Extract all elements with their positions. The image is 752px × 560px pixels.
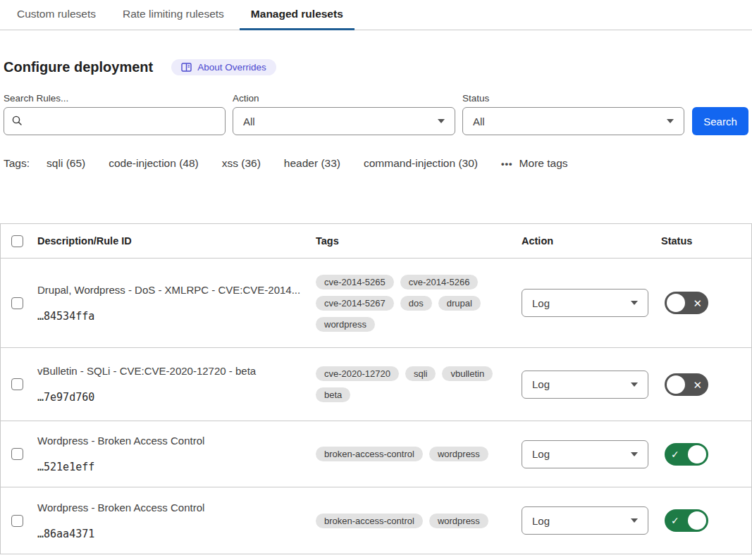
caret-down-icon [631, 518, 638, 523]
rule-tag: cve-2014-5265 [316, 275, 394, 290]
table-row: Drupal, Wordpress - DoS - XMLRPC - CVE:C… [1, 259, 751, 348]
tags-bar-label: Tags: [4, 157, 30, 170]
toggle-knob [688, 511, 706, 530]
rule-tags-cell: cve-2014-5265 cve-2014-5266 cve-2014-526… [316, 275, 522, 332]
row-checkbox[interactable] [11, 378, 23, 390]
rule-description-cell: Wordpress - Broken Access Control …86aa4… [37, 502, 316, 540]
rule-description: Drupal, Wordpress - DoS - XMLRPC - CVE:C… [37, 284, 316, 296]
caret-down-icon [667, 119, 674, 123]
search-button[interactable]: Search [692, 107, 748, 135]
rule-description-cell: Drupal, Wordpress - DoS - XMLRPC - CVE:C… [37, 284, 316, 323]
filters-bar: Search Rules... Action All Status [4, 93, 748, 135]
tag-filter-sqli[interactable]: sqli (65) [47, 157, 85, 170]
rule-description-cell: vBulletin - SQLi - CVE:CVE-2020-12720 - … [37, 365, 316, 404]
rule-tag: cve-2020-12720 [316, 366, 399, 381]
rule-action-select[interactable]: Log [522, 506, 648, 535]
ruleset-tabs: Custom rulesets Rate limiting rulesets M… [0, 0, 752, 30]
rule-status-cell: ✓ [661, 443, 751, 466]
action-filter-group: Action All [233, 93, 455, 135]
rule-action-value: Log [532, 297, 550, 309]
table-row: Wordpress - Broken Access Control …521e1… [1, 421, 751, 487]
column-header-description: Description/Rule ID [37, 235, 316, 247]
managed-rules-table: Description/Rule ID Tags Action Status D… [0, 223, 752, 554]
status-filter-label: Status [462, 93, 684, 104]
rule-description: Wordpress - Broken Access Control [37, 435, 316, 447]
search-icon [11, 115, 23, 128]
tag-filter-header[interactable]: header (33) [284, 157, 340, 170]
table-row: vBulletin - SQLi - CVE:CVE-2020-12720 - … [1, 348, 751, 421]
tab-managed-rulesets[interactable]: Managed rulesets [240, 8, 355, 30]
rule-action-cell: Log [522, 506, 661, 535]
toggle-off-x-icon: ✕ [693, 379, 702, 390]
caret-down-icon [631, 382, 638, 387]
tab-rate-limiting-rulesets[interactable]: Rate limiting rulesets [111, 8, 235, 30]
rule-tag: drupal [438, 296, 481, 311]
column-header-action: Action [522, 235, 661, 247]
status-filter-value: All [473, 116, 485, 127]
rule-action-value: Log [532, 448, 550, 460]
table-row: Wordpress - Broken Access Control …86aa4… [1, 487, 751, 554]
page-title: Configure deployment [4, 59, 153, 75]
rule-tag: cve-2014-5266 [400, 275, 479, 290]
caret-down-icon [438, 119, 445, 123]
rule-tag: vbulletin [442, 366, 493, 381]
toggle-on-check-icon: ✓ [671, 449, 679, 459]
rule-action-cell: Log [522, 289, 661, 317]
tag-filter-code-injection[interactable]: code-injection (48) [109, 157, 199, 170]
toggle-knob [667, 375, 685, 394]
row-checkbox-cell [1, 515, 37, 527]
about-overrides-badge[interactable]: About Overrides [171, 59, 276, 75]
rule-status-cell: ✓ [661, 509, 751, 532]
rule-action-select[interactable]: Log [522, 371, 648, 399]
status-filter-select[interactable]: All [462, 107, 684, 135]
row-checkbox-cell [1, 448, 37, 460]
rule-tags-cell: broken-access-control wordpress [316, 447, 522, 461]
row-checkbox-cell [1, 378, 37, 390]
rule-action-cell: Log [522, 440, 661, 468]
column-header-tags: Tags [316, 235, 522, 247]
rule-tag: dos [400, 296, 432, 311]
rule-status-cell: ✕ [661, 373, 751, 396]
rule-action-value: Log [532, 378, 550, 390]
search-rules-input[interactable] [27, 115, 218, 128]
rule-action-cell: Log [522, 371, 661, 399]
search-input-wrapper [4, 107, 226, 135]
tags-bar: Tags: sqli (65) code-injection (48) xss … [4, 157, 748, 170]
search-rules-group: Search Rules... [4, 93, 226, 135]
row-checkbox[interactable] [11, 448, 23, 460]
rule-tag: beta [316, 387, 350, 402]
rule-tag: sqli [405, 366, 436, 381]
rule-description: Wordpress - Broken Access Control [37, 502, 316, 514]
rule-tag: wordpress [316, 317, 375, 332]
column-header-status: Status [661, 235, 751, 247]
tag-filter-command-injection[interactable]: command-injection (30) [364, 157, 478, 170]
rule-tag: cve-2014-5267 [316, 296, 394, 311]
rule-status-toggle-off[interactable]: ✕ [665, 373, 708, 396]
rule-status-toggle-off[interactable]: ✕ [665, 292, 708, 314]
rule-tags-cell: cve-2020-12720 sqli vbulletin beta [316, 366, 522, 402]
rule-action-select[interactable]: Log [522, 440, 648, 468]
rule-description: vBulletin - SQLi - CVE:CVE-2020-12720 - … [37, 365, 316, 377]
row-checkbox[interactable] [11, 297, 23, 309]
rule-tags-cell: broken-access-control wordpress [316, 514, 522, 528]
rule-status-toggle-on[interactable]: ✓ [665, 509, 708, 532]
tag-filter-xss[interactable]: xss (36) [222, 157, 261, 170]
heading-row: Configure deployment About Overrides [4, 59, 748, 75]
action-filter-label: Action [233, 93, 455, 104]
rule-status-toggle-on[interactable]: ✓ [665, 443, 708, 466]
select-all-checkbox[interactable] [11, 235, 23, 247]
toggle-knob [688, 445, 706, 463]
rule-tag: wordpress [429, 447, 488, 461]
rule-tag: wordpress [429, 514, 488, 528]
tab-custom-rulesets[interactable]: Custom rulesets [6, 8, 107, 30]
action-filter-value: All [243, 116, 255, 127]
table-header-row: Description/Rule ID Tags Action Status [1, 224, 751, 259]
rule-action-select[interactable]: Log [522, 289, 648, 317]
more-tags-button[interactable]: ••• More tags [501, 157, 568, 170]
caret-down-icon [631, 452, 638, 456]
rule-action-value: Log [532, 515, 550, 527]
toggle-on-check-icon: ✓ [671, 516, 679, 525]
caret-down-icon [631, 301, 638, 305]
action-filter-select[interactable]: All [233, 107, 455, 135]
row-checkbox[interactable] [11, 515, 23, 527]
